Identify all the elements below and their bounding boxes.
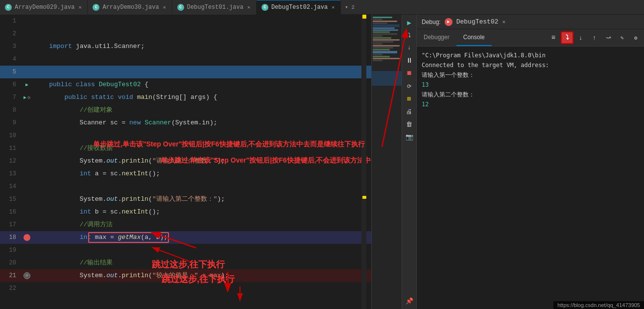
code-content-6: public class DebugTest02 { bbox=[32, 78, 402, 91]
debug-title: Debug: bbox=[422, 19, 441, 25]
table-row: 10 bbox=[0, 129, 402, 142]
table-row: 3 import java.util.Scanner; bbox=[0, 40, 402, 53]
mini-line bbox=[373, 29, 398, 31]
no-entry-21: ⊘ bbox=[24, 272, 30, 279]
right-panel: Debug: ▶ DebugTest02 ✕ Debugger Console … bbox=[416, 15, 644, 309]
editor-scrollbar[interactable] bbox=[361, 15, 366, 309]
step-over-btn[interactable]: ⤵ bbox=[561, 31, 573, 44]
table-row: 13 int a = sc.nextInt(); bbox=[0, 167, 402, 180]
table-row: 5 bbox=[0, 66, 402, 78]
tab-arraydemo029[interactable]: C ArrayDemo029.java ✕ bbox=[0, 0, 88, 15]
gutter-7: ▶ ◇ bbox=[22, 95, 32, 100]
mini-line bbox=[373, 49, 390, 50]
mini-line bbox=[373, 19, 382, 20]
mini-line bbox=[373, 31, 390, 33]
resume-icon[interactable]: ▶ bbox=[404, 17, 415, 28]
tab-icon-1: C bbox=[93, 4, 99, 11]
tab-label-2: DebugTest01.java bbox=[187, 4, 243, 11]
table-row: 7 ▶ ◇ public static void main(String[] a… bbox=[0, 91, 402, 104]
tab-overflow[interactable]: ▾ 2 bbox=[341, 4, 358, 10]
tab-debugtest02[interactable]: C DebugTest02.java ✕ bbox=[257, 0, 341, 15]
view-breakpoints-icon[interactable]: ⊞ bbox=[404, 93, 415, 105]
tab-close-2[interactable]: ✕ bbox=[246, 4, 251, 11]
line-num-2: 2 bbox=[0, 30, 22, 37]
table-row: 1 bbox=[0, 15, 402, 27]
stop-icon[interactable]: ■ bbox=[404, 68, 415, 79]
step-over-icon[interactable]: ⤵ bbox=[404, 29, 415, 41]
table-row: 20 //输出结果 bbox=[0, 257, 402, 269]
mini-line bbox=[373, 60, 382, 61]
main-layout: 1 2 3 import java.util.Scanner; bbox=[0, 15, 644, 309]
tab-label-3: DebugTest02.java bbox=[271, 4, 328, 11]
table-row: 12 System.out.println("请输入第一个整数："); bbox=[0, 155, 402, 167]
line-num-1: 1 bbox=[0, 18, 22, 24]
console-line-5: 12 bbox=[422, 99, 639, 109]
tab-icon-0: C bbox=[5, 4, 12, 11]
code-content-7: public static void main(String[] args) { bbox=[32, 91, 402, 104]
tab-arraydemo30[interactable]: C ArrayDemo30.java ✕ bbox=[88, 0, 172, 15]
tab-debugtest01[interactable]: C DebugTest01.java ✕ bbox=[172, 0, 257, 15]
mini-line bbox=[373, 41, 393, 43]
code-content-18: int max = getMax(a, b); bbox=[32, 231, 402, 244]
mini-line bbox=[373, 33, 397, 35]
pause-icon[interactable]: ⏸ bbox=[404, 55, 415, 67]
line-num-12: 12 bbox=[0, 158, 22, 165]
step-into-icon[interactable]: ↓ bbox=[404, 42, 415, 54]
settings-btn[interactable]: ⚙ bbox=[629, 31, 642, 44]
scrollbar-indicator bbox=[362, 15, 366, 19]
debug-side-icons: ▶ ⤵ ↓ ⏸ ■ ⟳ ⊞ 🖨 🗑 📷 📌 bbox=[402, 15, 416, 309]
line-num-20: 20 bbox=[0, 260, 22, 266]
line-num-6: 6 bbox=[0, 81, 22, 88]
table-row: 11 //接收数据 bbox=[0, 142, 402, 155]
gutter-18 bbox=[22, 234, 32, 241]
line-num-4: 4 bbox=[0, 56, 22, 63]
code-lines: 1 2 3 import java.util.Scanner; bbox=[0, 15, 402, 295]
line-num-19: 19 bbox=[0, 247, 22, 254]
debug-icon: ▶ bbox=[445, 18, 453, 26]
gutter-21: ⊘ bbox=[22, 272, 32, 279]
debug-close[interactable]: ✕ bbox=[502, 19, 506, 25]
mini-line bbox=[373, 51, 397, 53]
mini-line bbox=[373, 56, 390, 57]
table-row: 19 bbox=[0, 244, 402, 257]
mini-line bbox=[373, 37, 391, 39]
editor-area[interactable]: 1 2 3 import java.util.Scanner; bbox=[0, 15, 402, 309]
line-num-8: 8 bbox=[0, 107, 22, 114]
line-num-17: 17 bbox=[0, 221, 22, 228]
debug-tab-name: DebugTest02 bbox=[456, 18, 499, 25]
mute-breakpoints-icon[interactable]: 🖨 bbox=[404, 106, 415, 118]
pin-icon[interactable]: 📌 bbox=[404, 295, 415, 307]
console-line-4: 请输入第二个整数： bbox=[422, 90, 639, 99]
mini-line bbox=[373, 43, 382, 45]
mini-line bbox=[373, 54, 382, 55]
debug-actions: ≡ ⤵ ↓ ↑ ⤻ ✎ ⚙ bbox=[547, 31, 644, 44]
gutter-6: ▶ bbox=[22, 82, 32, 88]
tab-console[interactable]: Console bbox=[456, 29, 492, 46]
line-num-18: 18 bbox=[0, 234, 22, 241]
table-row: 9 Scanner sc = new Scanner(System.in); bbox=[0, 117, 402, 129]
tab-close-0[interactable]: ✕ bbox=[77, 4, 82, 11]
table-row: 16 int b = sc.nextInt(); bbox=[0, 206, 402, 218]
run-to-cursor-btn[interactable]: ⤻ bbox=[602, 31, 615, 44]
tab-close-3[interactable]: ✕ bbox=[331, 4, 335, 11]
line-num-15: 15 bbox=[0, 196, 22, 203]
line-num-16: 16 bbox=[0, 209, 22, 215]
screenshot-icon[interactable]: 📷 bbox=[404, 131, 415, 143]
rerun-icon[interactable]: ⟳ bbox=[404, 80, 415, 92]
code-content-3: import java.util.Scanner; bbox=[32, 40, 402, 53]
mini-line bbox=[373, 24, 400, 27]
mini-line bbox=[373, 21, 397, 22]
mini-line bbox=[373, 27, 395, 29]
debug-header: Debug: ▶ DebugTest02 ✕ bbox=[417, 15, 644, 29]
tab-debugger[interactable]: Debugger bbox=[417, 29, 456, 46]
table-row: 15 System.out.println("请输入第二个整数："); bbox=[0, 193, 402, 206]
step-into-btn[interactable]: ↓ bbox=[574, 31, 587, 44]
step-out-btn[interactable]: ↑ bbox=[588, 31, 601, 44]
line-num-5: 5 bbox=[0, 69, 22, 75]
tab-icon-2: C bbox=[177, 4, 184, 11]
tab-close-1[interactable]: ✕ bbox=[162, 4, 167, 11]
menu-btn[interactable]: ≡ bbox=[547, 31, 560, 44]
evaluate-btn[interactable]: ✎ bbox=[616, 31, 628, 44]
line-num-7: 7 bbox=[0, 94, 22, 101]
garbage-collect-icon[interactable]: 🗑 bbox=[404, 119, 415, 130]
